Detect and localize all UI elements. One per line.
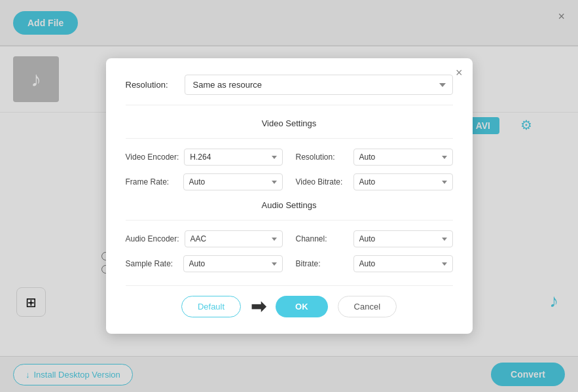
frame-rate-label: Frame Rate: xyxy=(126,177,178,187)
audio-encoder-label: Audio Encoder: xyxy=(126,234,179,243)
bitrate-row: Bitrate: Auto xyxy=(296,255,453,272)
resolution-select-2[interactable]: Auto xyxy=(353,149,453,166)
resolution-select[interactable]: Same as resource xyxy=(185,75,453,95)
resolution-row-2: Resolution: Auto xyxy=(296,149,453,166)
video-encoder-label: Video Encoder: xyxy=(126,152,179,162)
modal-footer: Default ➡ OK Cancel xyxy=(126,285,453,317)
modal-overlay: × Resolution: Same as resource Video Set… xyxy=(0,0,578,392)
arrow-icon: ➡ xyxy=(251,296,266,317)
audio-divider xyxy=(126,220,453,221)
video-settings-title: Video Settings xyxy=(126,118,453,128)
settings-modal: × Resolution: Same as resource Video Set… xyxy=(106,58,473,334)
channel-row: Channel: Auto xyxy=(296,230,453,247)
frame-rate-row: Frame Rate: Auto xyxy=(126,173,283,190)
channel-label: Channel: xyxy=(296,234,348,243)
video-encoder-select[interactable]: H.264 xyxy=(184,149,282,166)
video-divider xyxy=(126,138,453,139)
audio-settings-title: Audio Settings xyxy=(126,200,453,210)
video-bitrate-row: Video Bitrate: Auto xyxy=(296,173,453,190)
video-bitrate-label: Video Bitrate: xyxy=(296,177,348,187)
sample-rate-select[interactable]: Auto xyxy=(183,255,283,272)
video-settings-grid: Video Encoder: H.264 Resolution: Auto Fr… xyxy=(126,149,453,190)
audio-settings-grid: Audio Encoder: AAC Channel: Auto Sample … xyxy=(126,230,453,272)
video-bitrate-select[interactable]: Auto xyxy=(353,173,453,190)
sample-rate-row: Sample Rate: Auto xyxy=(126,255,283,272)
channel-select[interactable]: Auto xyxy=(353,230,453,247)
modal-close-button[interactable]: × xyxy=(456,66,463,80)
resolution-label-2: Resolution: xyxy=(296,152,348,162)
resolution-label: Resolution: xyxy=(126,80,185,90)
default-button[interactable]: Default xyxy=(181,296,241,317)
ok-button[interactable]: OK xyxy=(276,296,328,317)
video-encoder-row: Video Encoder: H.264 xyxy=(126,149,283,166)
resolution-row: Resolution: Same as resource xyxy=(126,75,453,105)
sample-rate-label: Sample Rate: xyxy=(126,259,178,268)
cancel-button[interactable]: Cancel xyxy=(338,296,397,317)
frame-rate-select[interactable]: Auto xyxy=(183,173,283,190)
audio-encoder-select[interactable]: AAC xyxy=(185,230,283,247)
bitrate-select[interactable]: Auto xyxy=(353,255,453,272)
bitrate-label: Bitrate: xyxy=(296,259,348,268)
audio-encoder-row: Audio Encoder: AAC xyxy=(126,230,283,247)
